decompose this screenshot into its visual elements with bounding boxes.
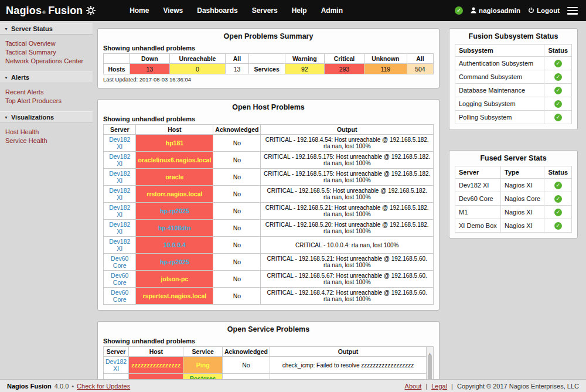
host-cell: rrstorr.nagios.local [136,186,213,203]
section-title: Alerts [11,74,29,81]
host-link[interactable]: 10.0.0.4 [163,241,186,248]
host-link[interactable]: hp-4108dtn [158,224,191,231]
subsystem-header: Subsystem [455,45,544,57]
type-header: Type [501,166,544,179]
sidebar-link[interactable]: Service Health [0,136,93,145]
service-link[interactable]: Postgres Query - Test Query [187,375,219,379]
subsystem-row: Polling Subsystem [455,111,572,124]
menu-item[interactable]: Home [122,0,156,21]
sidebar-link[interactable]: Tactical Summary [0,47,93,56]
menu-item[interactable]: Views [156,0,190,21]
collapse-arrow-icon [4,114,8,121]
host-link[interactable]: rspertest.nagios.local [143,292,207,299]
service-problem-row: Dev182 XI zzzzzzzzzzzzzzzz Postgres Quer… [104,374,427,380]
collapse-arrow-icon [4,74,8,81]
host-link[interactable]: rrstorr.nagios.local [146,190,202,197]
server-link[interactable]: Dev182 XI [105,358,127,372]
sidebar-link[interactable]: Recent Alerts [0,87,93,96]
check-for-updates-link[interactable]: Check for Updates [77,383,130,390]
sidebar: Server Status Tactical OverviewTactical … [0,21,93,379]
server-link[interactable]: Dev182 XI [109,153,130,167]
about-link[interactable]: About [405,383,422,390]
services-warning-count[interactable]: 92 [285,64,325,74]
menu-item[interactable]: Dashboards [190,0,244,21]
host-problem-row: Dev182 XI hp-4108dtn No CRITICAL - 192.1… [104,220,434,237]
server-link[interactable]: Dev60 Core [111,272,128,286]
hosts-down-count[interactable]: 13 [130,64,170,74]
system-status-ok-icon[interactable] [455,6,463,15]
services-row-label: Services [248,64,285,74]
services-unknown-count[interactable]: 119 [364,64,407,74]
menu-item[interactable]: Admin [314,0,350,21]
server-link[interactable]: Dev182 XI [109,204,130,218]
acknowledged-cell: No [213,254,261,271]
host-link[interactable]: oraclelinux6.nagios.local [138,156,211,163]
hosts-unreachable-count[interactable]: 0 [169,64,226,74]
hosts-all-count[interactable]: 13 [226,64,248,74]
logout-button[interactable]: Logout [528,7,560,15]
showing-label: Showing unhandled problems [103,338,434,345]
sidebar-link[interactable]: Tactical Overview [0,39,93,47]
top-navbar: Nagios® Fusion HomeViewsDashboardsServer… [0,0,586,21]
footer-product-name: Nagios Fusion [7,383,52,390]
power-icon [528,7,534,15]
fused-server-row: Dev60 Core Nagios Core [455,192,572,206]
host-problem-row: Dev60 Core hp-rp2025 No CRITICAL - 192.1… [104,254,434,271]
acknowledged-cell: No [213,135,261,152]
status-cell [544,70,572,84]
server-link[interactable]: Dev182 XI [109,136,130,150]
server-link[interactable]: Dev182 XI [109,170,130,184]
host-problem-row: Dev182 XI hp-rp2025 No CRITICAL - 192.16… [104,203,434,220]
scrollbar-thumb[interactable] [428,354,432,379]
scroll-up-arrow-icon[interactable] [427,347,433,353]
subsystem-name: Logging Subsystem [455,97,544,111]
host-problem-row: Dev182 XI oraclelinux6.nagios.local No C… [104,152,434,169]
host-link[interactable]: oracle [165,173,183,180]
sidebar-section-server-status[interactable]: Server Status [0,23,93,35]
pipe-separator [425,383,427,390]
host-problems-table: Server Host Acknowledged Output Dev182 X… [103,124,434,305]
services-all-header: All [407,54,433,64]
user-menu[interactable]: nagiosadmin [471,7,520,15]
legal-link[interactable]: Legal [431,383,447,390]
menu-item[interactable]: Help [285,0,314,21]
host-problem-row: Dev60 Core rspertest.nagios.local No CRI… [104,288,434,305]
server-link[interactable]: Dev182 XI [109,221,130,235]
server-link[interactable]: Dev60 Core [111,289,128,303]
sidebar-link[interactable]: Host Health [0,127,93,136]
vertical-scrollbar[interactable] [427,346,434,379]
nagios-fusion-logo[interactable]: Nagios® Fusion [0,5,96,17]
sidebar-link[interactable]: Top Alert Producers [0,96,93,105]
host-problem-row: Dev182 XI oracle No CRITICAL - 192.168.5… [104,169,434,186]
status-cell [544,57,572,70]
host-link[interactable]: zzzzzzzzzzzzzzzz [131,362,180,369]
host-problem-row: Dev182 XI 10.0.0.4 No CRITICAL - 10.0.0.… [104,237,434,254]
host-link[interactable]: hp-rp2025 [160,258,189,265]
acknowledged-cell: No [213,203,261,220]
main-content: Open Problems Summary Showing unhandled … [93,21,445,379]
service-link[interactable]: Ping [196,362,210,369]
fused-server-stats-panel: Fused Server Stats Server Type Status D [449,150,578,238]
hamburger-menu-icon[interactable] [567,7,578,15]
services-all-count[interactable]: 504 [407,64,433,74]
menu-item[interactable]: Servers [245,0,285,21]
right-column: Fusion Subsystem Status Subsystem Status… [445,21,586,379]
server-link[interactable]: Dev60 Core [111,255,128,269]
host-link[interactable]: hp-rp2025 [160,207,189,214]
host-link[interactable]: jolson-pc [161,275,189,282]
acknowledged-cell: No [222,357,270,374]
panel-title: Open Host Problems [98,100,439,115]
server-link[interactable]: Dev182 XI [105,379,127,379]
services-critical-count[interactable]: 293 [325,64,364,74]
host-link[interactable]: hp181 [166,139,183,146]
sidebar-link[interactable]: Network Operations Center [0,56,93,65]
acknowledged-cell: No [222,374,270,380]
sidebar-section-visualizations[interactable]: Visualizations [0,111,93,123]
output-cell: POSTGRES_CUSTOM_QUERY WARNING: DB "nagio… [270,374,426,380]
server-link[interactable]: Dev182 XI [109,187,130,201]
host-cell: jolson-pc [136,271,213,288]
user-icon [471,7,476,15]
acknowledged-header: Acknowledged [213,125,261,135]
sidebar-section-alerts[interactable]: Alerts [0,71,93,83]
server-link[interactable]: Dev182 XI [109,238,130,252]
